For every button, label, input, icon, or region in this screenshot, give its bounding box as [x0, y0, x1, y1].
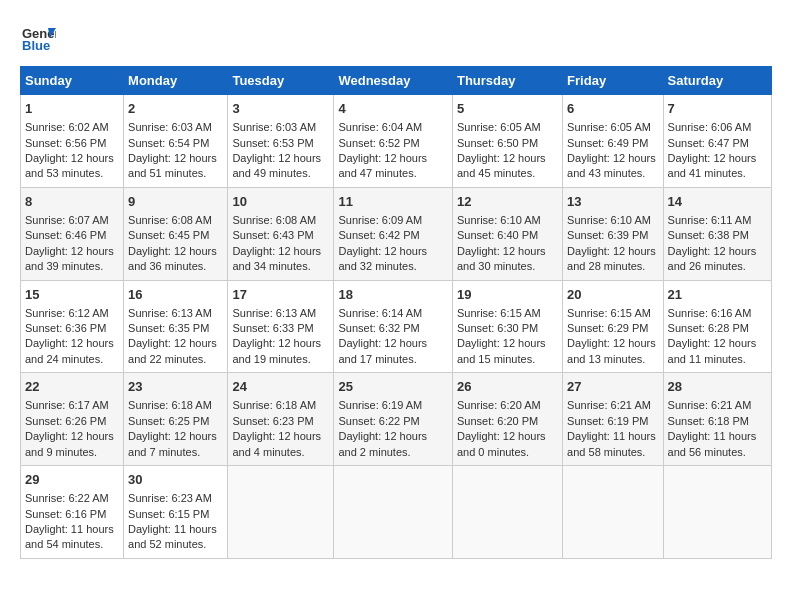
day-number: 14 [668, 193, 767, 211]
daylight-label: Daylight: 12 hours and 0 minutes. [457, 430, 546, 457]
day-number: 9 [128, 193, 223, 211]
sunset-text: Sunset: 6:50 PM [457, 137, 538, 149]
sunset-text: Sunset: 6:32 PM [338, 322, 419, 334]
calendar-cell: 10 Sunrise: 6:08 AM Sunset: 6:43 PM Dayl… [228, 187, 334, 280]
day-number: 8 [25, 193, 119, 211]
sunset-text: Sunset: 6:47 PM [668, 137, 749, 149]
calendar-cell: 29 Sunrise: 6:22 AM Sunset: 6:16 PM Dayl… [21, 466, 124, 559]
sunset-text: Sunset: 6:35 PM [128, 322, 209, 334]
daylight-label: Daylight: 12 hours and 36 minutes. [128, 245, 217, 272]
sunset-text: Sunset: 6:26 PM [25, 415, 106, 427]
sunset-text: Sunset: 6:29 PM [567, 322, 648, 334]
day-number: 3 [232, 100, 329, 118]
sunrise-text: Sunrise: 6:18 AM [128, 399, 212, 411]
sunset-text: Sunset: 6:30 PM [457, 322, 538, 334]
day-of-week-header: Wednesday [334, 67, 453, 95]
calendar-cell: 8 Sunrise: 6:07 AM Sunset: 6:46 PM Dayli… [21, 187, 124, 280]
daylight-label: Daylight: 12 hours and 43 minutes. [567, 152, 656, 179]
day-of-week-header: Monday [124, 67, 228, 95]
calendar-cell: 9 Sunrise: 6:08 AM Sunset: 6:45 PM Dayli… [124, 187, 228, 280]
sunset-text: Sunset: 6:22 PM [338, 415, 419, 427]
calendar-cell: 15 Sunrise: 6:12 AM Sunset: 6:36 PM Dayl… [21, 280, 124, 373]
sunrise-text: Sunrise: 6:04 AM [338, 121, 422, 133]
calendar-cell: 27 Sunrise: 6:21 AM Sunset: 6:19 PM Dayl… [563, 373, 663, 466]
daylight-label: Daylight: 12 hours and 13 minutes. [567, 337, 656, 364]
day-number: 23 [128, 378, 223, 396]
calendar-cell: 17 Sunrise: 6:13 AM Sunset: 6:33 PM Dayl… [228, 280, 334, 373]
day-number: 25 [338, 378, 448, 396]
sunset-text: Sunset: 6:20 PM [457, 415, 538, 427]
day-of-week-header: Thursday [452, 67, 562, 95]
day-number: 10 [232, 193, 329, 211]
calendar-cell: 12 Sunrise: 6:10 AM Sunset: 6:40 PM Dayl… [452, 187, 562, 280]
daylight-label: Daylight: 11 hours and 56 minutes. [668, 430, 757, 457]
calendar-table: SundayMondayTuesdayWednesdayThursdayFrid… [20, 66, 772, 559]
calendar-cell: 6 Sunrise: 6:05 AM Sunset: 6:49 PM Dayli… [563, 95, 663, 188]
daylight-label: Daylight: 12 hours and 24 minutes. [25, 337, 114, 364]
daylight-label: Daylight: 12 hours and 49 minutes. [232, 152, 321, 179]
sunset-text: Sunset: 6:19 PM [567, 415, 648, 427]
daylight-label: Daylight: 12 hours and 11 minutes. [668, 337, 757, 364]
sunset-text: Sunset: 6:39 PM [567, 229, 648, 241]
sunset-text: Sunset: 6:46 PM [25, 229, 106, 241]
calendar-cell [334, 466, 453, 559]
day-number: 22 [25, 378, 119, 396]
sunset-text: Sunset: 6:56 PM [25, 137, 106, 149]
day-number: 11 [338, 193, 448, 211]
sunset-text: Sunset: 6:45 PM [128, 229, 209, 241]
sunrise-text: Sunrise: 6:08 AM [232, 214, 316, 226]
sunrise-text: Sunrise: 6:13 AM [128, 307, 212, 319]
sunrise-text: Sunrise: 6:22 AM [25, 492, 109, 504]
day-of-week-header: Sunday [21, 67, 124, 95]
day-number: 6 [567, 100, 658, 118]
day-of-week-header: Tuesday [228, 67, 334, 95]
sunset-text: Sunset: 6:40 PM [457, 229, 538, 241]
day-number: 18 [338, 286, 448, 304]
day-number: 21 [668, 286, 767, 304]
daylight-label: Daylight: 12 hours and 26 minutes. [668, 245, 757, 272]
svg-text:Blue: Blue [22, 38, 50, 53]
daylight-label: Daylight: 11 hours and 54 minutes. [25, 523, 114, 550]
calendar-cell: 14 Sunrise: 6:11 AM Sunset: 6:38 PM Dayl… [663, 187, 771, 280]
day-of-week-header: Saturday [663, 67, 771, 95]
sunrise-text: Sunrise: 6:10 AM [567, 214, 651, 226]
day-number: 5 [457, 100, 558, 118]
day-number: 26 [457, 378, 558, 396]
daylight-label: Daylight: 12 hours and 15 minutes. [457, 337, 546, 364]
sunrise-text: Sunrise: 6:12 AM [25, 307, 109, 319]
calendar-cell: 30 Sunrise: 6:23 AM Sunset: 6:15 PM Dayl… [124, 466, 228, 559]
daylight-label: Daylight: 12 hours and 32 minutes. [338, 245, 427, 272]
day-number: 24 [232, 378, 329, 396]
calendar-cell: 7 Sunrise: 6:06 AM Sunset: 6:47 PM Dayli… [663, 95, 771, 188]
day-number: 29 [25, 471, 119, 489]
day-number: 30 [128, 471, 223, 489]
calendar-cell: 19 Sunrise: 6:15 AM Sunset: 6:30 PM Dayl… [452, 280, 562, 373]
daylight-label: Daylight: 12 hours and 51 minutes. [128, 152, 217, 179]
calendar-cell: 4 Sunrise: 6:04 AM Sunset: 6:52 PM Dayli… [334, 95, 453, 188]
daylight-label: Daylight: 12 hours and 4 minutes. [232, 430, 321, 457]
sunrise-text: Sunrise: 6:19 AM [338, 399, 422, 411]
day-number: 27 [567, 378, 658, 396]
sunset-text: Sunset: 6:43 PM [232, 229, 313, 241]
sunrise-text: Sunrise: 6:09 AM [338, 214, 422, 226]
sunset-text: Sunset: 6:15 PM [128, 508, 209, 520]
logo: General Blue [20, 20, 56, 56]
sunrise-text: Sunrise: 6:17 AM [25, 399, 109, 411]
sunrise-text: Sunrise: 6:21 AM [668, 399, 752, 411]
calendar-cell [228, 466, 334, 559]
calendar-cell [452, 466, 562, 559]
sunrise-text: Sunrise: 6:05 AM [457, 121, 541, 133]
daylight-label: Daylight: 12 hours and 53 minutes. [25, 152, 114, 179]
calendar-cell [663, 466, 771, 559]
calendar-cell: 5 Sunrise: 6:05 AM Sunset: 6:50 PM Dayli… [452, 95, 562, 188]
calendar-cell: 11 Sunrise: 6:09 AM Sunset: 6:42 PM Dayl… [334, 187, 453, 280]
calendar-cell: 13 Sunrise: 6:10 AM Sunset: 6:39 PM Dayl… [563, 187, 663, 280]
sunset-text: Sunset: 6:23 PM [232, 415, 313, 427]
daylight-label: Daylight: 11 hours and 58 minutes. [567, 430, 656, 457]
daylight-label: Daylight: 12 hours and 22 minutes. [128, 337, 217, 364]
day-of-week-header: Friday [563, 67, 663, 95]
daylight-label: Daylight: 12 hours and 30 minutes. [457, 245, 546, 272]
sunrise-text: Sunrise: 6:05 AM [567, 121, 651, 133]
calendar-cell [563, 466, 663, 559]
daylight-label: Daylight: 12 hours and 2 minutes. [338, 430, 427, 457]
